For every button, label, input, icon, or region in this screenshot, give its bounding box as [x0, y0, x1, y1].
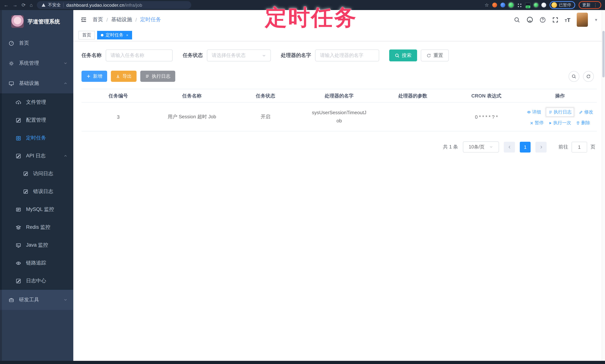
bookmark-star-icon[interactable]: ☆	[485, 2, 489, 8]
breadcrumb-infra[interactable]: 基础设施	[111, 16, 132, 23]
search-icon[interactable]	[514, 16, 520, 23]
breadcrumb-current[interactable]: 定时任务	[140, 16, 161, 23]
help-icon[interactable]	[539, 16, 546, 23]
sidebar-item-error-log[interactable]: 错误日志	[0, 183, 73, 200]
tag-scheduled-job[interactable]: 定时任务 ×	[97, 31, 132, 39]
page-size-select[interactable]: 10条/页	[463, 141, 499, 153]
header-actions: TT ▼	[514, 13, 598, 27]
terminal-icon	[16, 242, 21, 248]
extension-blue-icon[interactable]	[500, 3, 505, 7]
detail-link[interactable]: 详细	[527, 109, 541, 115]
button-label: 搜索	[402, 52, 411, 59]
trash-icon	[576, 121, 580, 125]
page-url[interactable]: dashboard.yudao.iocoder.cn/infra/job	[66, 2, 142, 8]
browser-reload-icon[interactable]: ⟳	[22, 3, 26, 7]
extension-bug-icon[interactable]	[534, 3, 538, 7]
edit-link[interactable]: 修改	[579, 109, 593, 115]
sidebar-item-label: 访问日志	[33, 170, 53, 177]
font-size-icon[interactable]: TT	[565, 17, 571, 23]
add-button[interactable]: 新增	[81, 71, 107, 82]
tag-close-icon[interactable]: ×	[126, 33, 128, 37]
edit-square-icon	[16, 117, 21, 123]
prev-page-button[interactable]	[504, 142, 515, 152]
sidebar-item-access-log[interactable]: 访问日志	[0, 165, 73, 183]
log-edit-icon	[16, 153, 21, 159]
job-name-input[interactable]: 请输入任务名称	[106, 50, 173, 61]
export-button[interactable]: 导出	[111, 71, 137, 82]
sidebar-item-log-center[interactable]: 日志中心	[0, 272, 73, 290]
handler-name-label: 处理器的名字	[281, 52, 311, 59]
active-tag-dot	[101, 34, 104, 37]
sidebar-item-dev-tools[interactable]: 研发工具	[0, 290, 73, 310]
sidebar-collapse-icon[interactable]	[80, 16, 87, 23]
sidebar-item-file-manage[interactable]: 文件管理	[0, 93, 73, 111]
toggle-search-button[interactable]	[568, 71, 579, 82]
scrollbar-thumb[interactable]	[602, 31, 605, 77]
filter-job-status: 任务状态 请选择任务状态	[183, 50, 271, 61]
sidebar-item-scheduled-job[interactable]: 定时任务	[0, 129, 73, 147]
sidebar-item-home[interactable]: 首页	[0, 33, 73, 53]
sidebar-item-config-manage[interactable]: 配置管理	[0, 111, 73, 129]
browser-profile-chip[interactable]: 已暂停	[550, 1, 575, 9]
breadcrumb-home[interactable]: 首页	[93, 16, 103, 23]
tag-home[interactable]: 首页	[79, 31, 95, 39]
chevron-down-icon	[489, 145, 493, 149]
table-tools	[568, 71, 594, 82]
next-page-button[interactable]	[535, 142, 547, 152]
browser-home-icon[interactable]: ⌂	[30, 3, 33, 7]
app-logo-row[interactable]: 芋道管理系统	[0, 10, 73, 33]
search-button[interactable]: 搜索	[389, 50, 417, 61]
job-log-link[interactable]: 执行日志	[546, 107, 574, 117]
browser-menu-dots-icon[interactable]: ⋮	[593, 2, 598, 8]
placeholder-text: 请输入处理器的名字	[320, 52, 364, 59]
browser-toolbar-right: ☆ on 已暂停 更新 ⋮	[485, 1, 601, 9]
content-area: 首页 / 基础设施 / 定时任务 TT ▼ 首页	[73, 10, 605, 361]
fullscreen-icon[interactable]	[552, 16, 558, 23]
goto-page-input[interactable]: 1	[572, 142, 587, 152]
browser-forward-icon[interactable]: →	[13, 3, 17, 7]
extension-orange-icon[interactable]	[492, 3, 497, 7]
browser-back-icon[interactable]: ←	[4, 3, 9, 7]
security-label[interactable]: 不安全	[48, 2, 61, 8]
user-avatar[interactable]	[577, 13, 588, 27]
total-count: 共 1 条	[443, 143, 458, 150]
pause-link[interactable]: 暂停	[530, 120, 544, 126]
reset-button[interactable]: 重置	[421, 50, 449, 61]
handler-name-input[interactable]: 请输入处理器的名字	[315, 50, 379, 61]
sidebar-item-java-monitor[interactable]: Java 监控	[0, 236, 73, 254]
sidebar-item-label: 配置管理	[26, 117, 46, 124]
refresh-table-button[interactable]	[583, 71, 594, 82]
close-icon	[530, 121, 534, 125]
avatar-caret-icon[interactable]: ▼	[594, 18, 598, 22]
sidebar-item-trace[interactable]: 链路追踪	[0, 254, 73, 272]
toolbar: 新增 导出 执行日志	[81, 71, 597, 82]
extension-green-icon[interactable]	[509, 3, 513, 7]
sidebar-item-system[interactable]: 系统管理	[0, 53, 73, 73]
browser-update-chip[interactable]: 更新 ⋮	[579, 1, 601, 9]
page-1-button[interactable]: 1	[520, 142, 531, 152]
link-label: 修改	[584, 109, 593, 115]
profile-status-label: 已暂停	[559, 2, 571, 8]
page-scrollbar[interactable]	[602, 10, 605, 361]
sidebar-item-label: MySQL 监控	[26, 206, 54, 213]
sidebar-item-infra[interactable]: 基础设施	[0, 73, 73, 93]
doc-edit-icon	[23, 171, 28, 176]
col-job-name: 任务名称	[155, 92, 229, 99]
address-bar[interactable]: 不安全 dashboard.yudao.iocoder.cn/infra/job	[37, 1, 191, 9]
delete-link[interactable]: 删除	[576, 120, 590, 126]
app-window: 芋道管理系统 首页 系统管理 基础设施	[0, 10, 605, 361]
col-handler-param: 处理器的参数	[376, 92, 450, 99]
link-label: 删除	[581, 120, 590, 126]
job-status-select[interactable]: 请选择任务状态	[207, 50, 271, 61]
sidebar-item-redis-monitor[interactable]: Redis 监控	[0, 218, 73, 236]
sidebar-item-api-log[interactable]: API 日志	[0, 147, 73, 165]
list-icon	[145, 74, 150, 78]
run-log-button[interactable]: 执行日志	[140, 71, 175, 82]
extension-grid-icon[interactable]	[517, 3, 522, 7]
extension-on-badge[interactable]: on	[525, 3, 531, 7]
sidebar-item-mysql-monitor[interactable]: MySQL 监控	[0, 200, 73, 218]
run-once-link[interactable]: 执行一次	[548, 120, 571, 126]
github-icon[interactable]	[526, 16, 533, 23]
sidebar-item-label: API 日志	[26, 153, 46, 159]
extension-pin-icon[interactable]	[541, 3, 546, 7]
